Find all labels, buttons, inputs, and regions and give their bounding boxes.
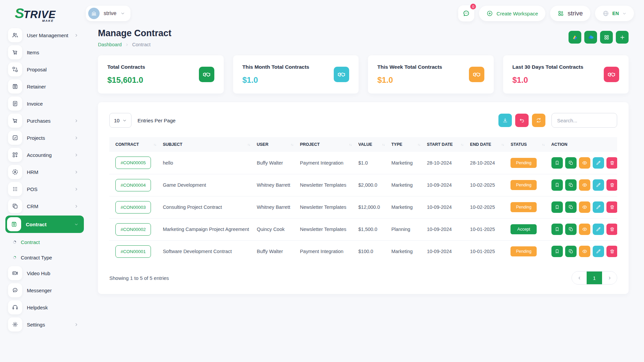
trash-icon <box>609 182 615 188</box>
next-page-button[interactable] <box>602 272 617 284</box>
sidebar-item-user-management[interactable]: User Management <box>5 27 83 43</box>
sidebar-item-accounting[interactable]: Accounting <box>5 147 83 163</box>
delete-button[interactable] <box>606 157 617 169</box>
sidebar-item-retainer[interactable]: Retainer <box>5 79 83 94</box>
pencil-icon <box>596 204 601 210</box>
duplicate-button[interactable] <box>565 179 577 191</box>
delete-button[interactable] <box>606 201 617 213</box>
sidebar-item-projects[interactable]: Projects <box>5 130 83 145</box>
sort-icon[interactable]: ↑↓ <box>542 143 545 146</box>
workspace-selector[interactable]: strive <box>86 6 130 21</box>
delete-button[interactable] <box>606 179 617 191</box>
onedrive-button[interactable] <box>584 31 597 44</box>
workspace-name: strive <box>104 10 116 16</box>
search-input[interactable] <box>551 113 617 128</box>
view-button[interactable] <box>579 179 590 191</box>
page-number-button[interactable]: 1 <box>587 272 602 284</box>
duplicate-button[interactable] <box>565 157 577 169</box>
contract-id-chip[interactable]: #CON00003 <box>115 201 151 214</box>
bookmark-button[interactable] <box>551 179 563 191</box>
edit-button[interactable] <box>593 201 604 213</box>
contract-id-chip[interactable]: #CON00001 <box>115 245 151 258</box>
column-header-user[interactable]: USER↑↓ <box>254 137 297 152</box>
create-workspace-button[interactable]: Create Workspace <box>479 6 545 21</box>
sort-icon[interactable]: ↑↓ <box>461 143 463 146</box>
strive-logo[interactable]: STRIVE MAKE <box>15 6 56 20</box>
crm-icon <box>8 199 22 213</box>
sidebar-item-crm[interactable]: CRM <box>5 198 83 214</box>
retainer-icon <box>8 79 22 94</box>
column-header-contract[interactable]: CONTRACT↑↓ <box>109 137 160 152</box>
edit-button[interactable] <box>593 157 604 169</box>
sidebar-item-video-hub[interactable]: Video Hub <box>5 265 83 281</box>
helpdesk-icon <box>8 300 22 314</box>
column-header-type[interactable]: TYPE↑↓ <box>389 137 424 152</box>
row-actions <box>551 224 614 235</box>
building-icon <box>91 10 97 17</box>
row-actions <box>551 246 614 257</box>
column-header-subject[interactable]: SUBJECT↑↓ <box>160 137 254 152</box>
duplicate-button[interactable] <box>565 224 577 235</box>
sidebar-item-messenger[interactable]: Messenger <box>5 283 83 298</box>
stat-label: This Week Total Contracts <box>377 64 442 70</box>
entries-per-page-select[interactable]: 10 <box>109 113 131 128</box>
sort-icon[interactable]: ↑↓ <box>501 143 504 146</box>
stat-label: Total Contracts <box>107 64 145 70</box>
delete-button[interactable] <box>606 224 617 235</box>
view-button[interactable] <box>579 224 590 235</box>
edit-button[interactable] <box>593 224 604 235</box>
sidebar-item-proposal[interactable]: Proposal <box>5 62 83 77</box>
sort-icon[interactable]: ↑↓ <box>349 143 352 146</box>
column-header-project[interactable]: PROJECT↑↓ <box>297 137 356 152</box>
export-button[interactable] <box>498 114 512 127</box>
contract-id-chip[interactable]: #CON00004 <box>115 179 151 191</box>
bookmark-button[interactable] <box>551 224 563 235</box>
view-button[interactable] <box>579 157 590 169</box>
sidebar-item-hrm[interactable]: HRM <box>5 164 83 180</box>
column-header-end-date[interactable]: END DATE↑↓ <box>467 137 508 152</box>
sidebar-item-contract[interactable]: Contract <box>5 216 84 233</box>
undo-button[interactable] <box>515 114 529 127</box>
sort-icon[interactable]: ↑↓ <box>290 143 293 146</box>
column-header-start-date[interactable]: START DATE↑↓ <box>424 137 468 152</box>
sidebar-subitem-contract-type[interactable]: Contract Type <box>13 250 85 265</box>
sidebar-item-helpdesk[interactable]: Helpdesk <box>5 300 83 315</box>
bookmark-button[interactable] <box>551 201 563 213</box>
edit-button[interactable] <box>593 246 604 257</box>
column-header-status[interactable]: STATUS↑↓ <box>508 137 548 152</box>
chat-button[interactable]: 0 <box>458 5 474 21</box>
refresh-button[interactable] <box>532 114 545 127</box>
column-header-value[interactable]: VALUE↑↓ <box>356 137 388 152</box>
bookmark-button[interactable] <box>551 246 563 257</box>
language-selector[interactable]: EN <box>595 6 634 21</box>
bookmark-button[interactable] <box>551 157 563 169</box>
sort-icon[interactable]: ↑↓ <box>153 143 156 146</box>
sidebar-item-items[interactable]: Items <box>5 45 83 60</box>
add-contract-button[interactable] <box>616 31 629 44</box>
main-content: Manage Contract Dashboard Contract Total… <box>87 23 644 294</box>
view-button[interactable] <box>579 246 590 257</box>
sidebar-subitem-contract[interactable]: Contract <box>13 235 85 249</box>
copy-icon <box>568 204 574 210</box>
edit-button[interactable] <box>593 179 604 191</box>
sidebar-item-settings[interactable]: Settings <box>5 317 83 332</box>
view-button[interactable] <box>579 201 590 213</box>
chat-count-badge: 0 <box>470 3 477 10</box>
previous-page-button[interactable] <box>572 272 587 284</box>
delete-button[interactable] <box>606 246 617 257</box>
duplicate-button[interactable] <box>565 201 577 213</box>
google-drive-button[interactable] <box>569 31 581 44</box>
contract-id-chip[interactable]: #CON00002 <box>115 223 151 236</box>
sidebar-item-purchases[interactable]: Purchases <box>5 113 83 128</box>
breadcrumb-dashboard-link[interactable]: Dashboard <box>98 42 122 47</box>
sidebar-item-invoice[interactable]: Invoice <box>5 96 83 111</box>
sidebar-item-pos[interactable]: POS <box>5 181 83 197</box>
sort-icon[interactable]: ↑↓ <box>247 143 250 146</box>
duplicate-button[interactable] <box>565 246 577 257</box>
sort-icon[interactable]: ↑↓ <box>382 143 385 146</box>
workspace-avatar <box>88 8 100 19</box>
sort-icon[interactable]: ↑↓ <box>418 143 420 146</box>
grid-view-button[interactable] <box>600 31 613 44</box>
contract-id-chip[interactable]: #CON00005 <box>115 157 151 169</box>
app-switcher-button[interactable]: strive <box>550 6 590 21</box>
